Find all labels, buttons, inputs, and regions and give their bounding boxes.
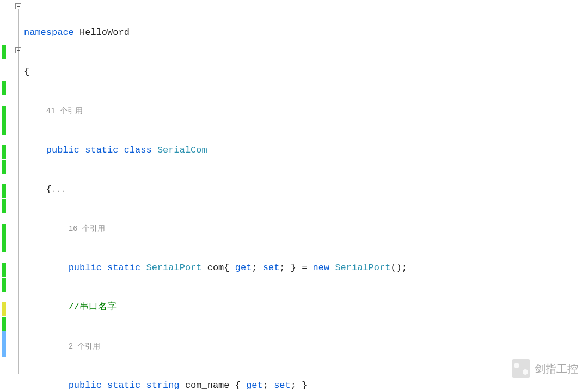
fold-toggle-icon[interactable] bbox=[15, 3, 21, 9]
code-line: namespace HelloWord bbox=[23, 26, 588, 39]
code-line: { bbox=[23, 65, 588, 78]
code-area[interactable]: namespace HelloWord { 41 个引用 public stat… bbox=[23, 0, 588, 390]
codelens[interactable]: 41 个引用 bbox=[23, 105, 588, 118]
wechat-icon bbox=[512, 359, 530, 378]
watermark: 剑指工控 bbox=[512, 359, 578, 378]
outline-column bbox=[15, 0, 23, 390]
watermark-text: 剑指工控 bbox=[535, 362, 578, 376]
code-editor[interactable]: namespace HelloWord { 41 个引用 public stat… bbox=[0, 0, 588, 390]
code-line: {... bbox=[23, 183, 588, 196]
codelens[interactable]: 16 个引用 bbox=[23, 222, 588, 235]
code-line: public static class SerialCom bbox=[23, 144, 588, 157]
fold-toggle-icon[interactable] bbox=[15, 47, 21, 53]
code-line: public static SerialPort com{ get; set; … bbox=[23, 261, 588, 275]
change-gutter bbox=[0, 0, 15, 390]
code-line: public static string com_name { get; set… bbox=[23, 379, 588, 390]
codelens[interactable]: 2 个引用 bbox=[23, 340, 588, 353]
code-line: //串口名字 bbox=[23, 301, 588, 314]
